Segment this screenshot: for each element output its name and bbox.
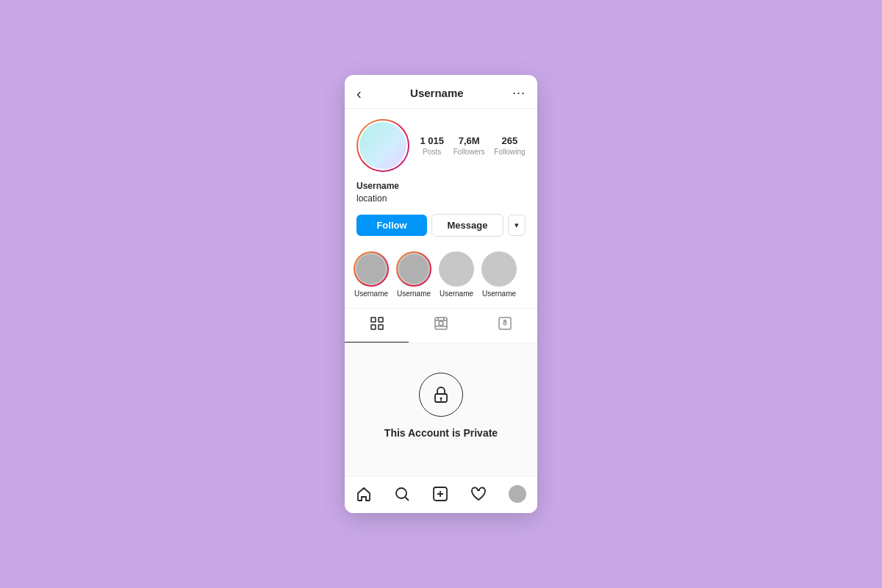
profile-header: ‹ Username ··· [345,75,537,109]
svg-point-13 [440,397,442,399]
highlight-item[interactable]: Username [439,251,474,298]
following-stat[interactable]: 265 Following [494,135,525,156]
posts-label: Posts [423,148,441,156]
private-account-text: This Account is Private [384,427,498,439]
content-tabs [345,309,537,343]
following-label: Following [494,148,525,156]
svg-point-5 [439,321,443,326]
search-icon [394,486,410,502]
private-content-area: This Account is Private [345,343,537,476]
highlight-circle [439,251,474,287]
more-options-button[interactable]: ··· [512,85,526,101]
heart-icon [470,486,487,502]
tab-grid[interactable] [345,309,409,343]
tab-tagged[interactable] [473,309,537,343]
highlight-item[interactable]: Username [354,251,389,298]
avatar [358,121,408,171]
tagged-icon [498,316,512,334]
svg-line-16 [406,497,409,501]
svg-rect-3 [379,325,383,329]
grid-icon [370,316,384,334]
create-nav-item[interactable] [426,484,454,503]
bottom-navigation [345,476,537,513]
follow-button[interactable]: Follow [356,215,427,236]
followers-value: 7,6M [459,135,480,147]
svg-rect-1 [379,318,383,322]
svg-rect-2 [371,325,376,329]
highlight-item[interactable]: Username [481,251,517,298]
action-buttons-row: Follow Message ▾ [356,214,526,245]
highlight-circle [354,251,389,287]
dropdown-button[interactable]: ▾ [508,215,526,236]
profile-display-name: Username [356,179,526,193]
highlight-label: Username [482,290,516,298]
highlight-label: Username [397,290,431,298]
following-value: 265 [502,135,518,147]
posts-value: 1 015 [420,135,444,147]
highlight-circle [481,251,517,287]
highlight-label: Username [354,290,388,298]
svg-point-11 [504,320,506,322]
profile-nav-avatar [509,485,526,503]
create-icon [432,486,448,502]
svg-point-15 [396,488,406,498]
svg-rect-0 [371,318,376,322]
profile-location: location [356,193,526,205]
message-button[interactable]: Message [431,214,503,237]
home-icon [356,486,372,502]
lock-icon [431,384,451,405]
avatar-ring[interactable] [356,119,409,172]
back-button[interactable]: ‹ [356,86,362,101]
home-nav-item[interactable] [350,484,378,503]
highlights-row: Username Username Username Username [345,245,537,309]
highlight-inner [399,254,429,284]
header-username: Username [410,87,464,99]
lock-circle [419,373,463,417]
highlight-label: Username [440,290,473,298]
followers-label: Followers [453,148,485,156]
search-nav-item[interactable] [388,484,416,503]
highlight-inner [356,254,386,284]
followers-stat[interactable]: 7,6M Followers [453,135,485,156]
activity-nav-item[interactable] [465,484,492,503]
profile-top-row: 1 015 Posts 7,6M Followers 265 Following [356,119,526,172]
posts-stat: 1 015 Posts [420,135,444,156]
highlight-item[interactable]: Username [396,251,431,298]
tab-reels[interactable] [409,309,473,343]
svg-rect-4 [435,318,447,329]
svg-rect-10 [499,318,511,329]
profile-section: 1 015 Posts 7,6M Followers 265 Following… [345,109,537,245]
phone-frame: ‹ Username ··· 1 015 Posts 7,6M Follower… [345,75,537,513]
highlight-circle [396,251,431,287]
stats-row: 1 015 Posts 7,6M Followers 265 Following [420,135,526,156]
profile-nav-item[interactable] [503,484,532,504]
reels-icon [434,316,448,334]
